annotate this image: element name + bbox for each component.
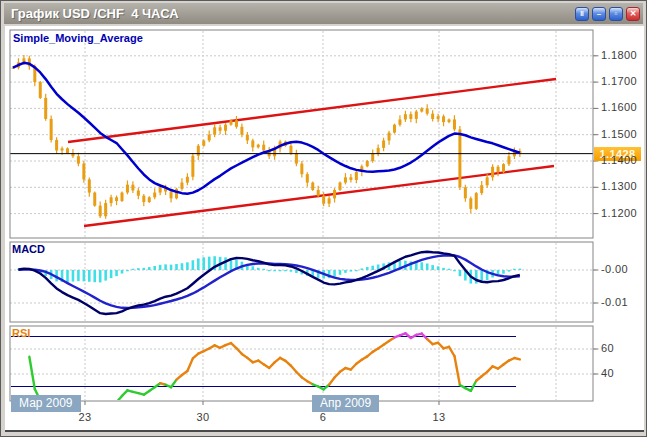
macd-axis-label: -0.01 bbox=[601, 296, 628, 308]
price-axis-label: 1.1600 bbox=[601, 101, 637, 113]
chart-window: График USD /CHF 4 ЧАСА ‖ – ▫ ✕ Simple_Mo… bbox=[0, 0, 647, 437]
time-axis-label: 23 bbox=[78, 411, 91, 423]
month-badge-mar: Мар 2009 bbox=[11, 395, 81, 412]
price-axis-label: 1.1700 bbox=[601, 75, 637, 87]
rsi-indicator-label: RSI bbox=[12, 327, 30, 339]
price-axis-label: 1.1400 bbox=[601, 154, 637, 166]
macd-histogram bbox=[18, 256, 519, 283]
macd-indicator-label: MACD bbox=[12, 243, 45, 255]
macd-main-line bbox=[18, 252, 519, 314]
time-axis-label: 6 bbox=[320, 411, 327, 423]
price-axis-label: 1.1200 bbox=[601, 207, 637, 219]
macd-axis-label: -0.00 bbox=[601, 263, 628, 275]
rsi-line bbox=[29, 333, 519, 416]
panel-border bbox=[10, 242, 593, 322]
rsi-axis-label: 60 bbox=[601, 342, 614, 354]
rsi-axis-label: 40 bbox=[601, 367, 614, 379]
price-axis-label: 1.1500 bbox=[601, 128, 637, 140]
channel-upper-line[interactable] bbox=[68, 79, 556, 142]
time-axis-label: 13 bbox=[432, 411, 445, 423]
price-axis-label: 1.1800 bbox=[601, 49, 637, 61]
panel-border bbox=[10, 30, 593, 238]
sma-indicator-label: Simple_Moving_Average bbox=[13, 32, 143, 44]
time-axis-label: 30 bbox=[196, 411, 209, 423]
month-badge-apr: Апр 2009 bbox=[312, 395, 379, 412]
price-axis-label: 1.1300 bbox=[601, 180, 637, 192]
chart-canvas[interactable] bbox=[1, 1, 647, 437]
